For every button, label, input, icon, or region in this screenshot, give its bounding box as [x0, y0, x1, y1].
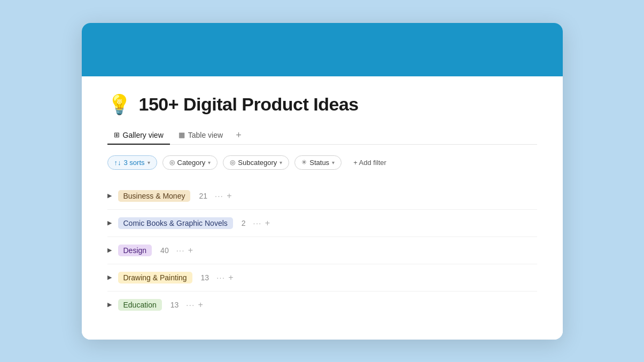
group-add-button-business[interactable]: +	[227, 191, 231, 201]
group-tag-design: Design	[118, 245, 152, 256]
group-count-business: 21	[199, 192, 207, 200]
group-count-drawing: 13	[201, 273, 210, 282]
category-chevron-icon: ▾	[208, 160, 211, 166]
page-emoji: 💡	[107, 93, 131, 116]
group-row-drawing: ▶ Drawing & Painting 13 ··· +	[107, 264, 537, 292]
expand-icon-education[interactable]: ▶	[107, 301, 112, 308]
groups-list: ▶ Business & Money 21 ··· + ▶ Comic Book…	[107, 183, 537, 318]
sorts-chevron-icon: ▾	[148, 160, 150, 166]
group-row-comic: ▶ Comic Books & Graphic Novels 2 ··· +	[107, 210, 537, 237]
subcategory-chevron-icon: ▾	[280, 160, 282, 166]
table-tab-icon: ▦	[179, 131, 185, 139]
expand-icon-drawing[interactable]: ▶	[107, 274, 112, 281]
expand-icon-business[interactable]: ▶	[107, 192, 112, 199]
tab-gallery[interactable]: ⊞ Gallery view	[107, 127, 170, 145]
group-add-button-comic[interactable]: +	[265, 218, 270, 228]
group-more-button-drawing[interactable]: ···	[216, 273, 225, 282]
group-tag-business: Business & Money	[118, 190, 191, 202]
group-actions-design: ··· +	[176, 246, 193, 255]
status-filter-button[interactable]: ✳ Status ▾	[294, 155, 342, 170]
category-filter-label: Category	[177, 159, 206, 167]
group-count-comic: 2	[242, 219, 246, 227]
status-filter-icon: ✳	[301, 159, 307, 166]
group-row-design: ▶ Design 40 ··· +	[107, 237, 537, 264]
main-window: 💡 150+ Digital Product Ideas ⊞ Gallery v…	[82, 23, 563, 340]
group-more-button-design[interactable]: ···	[176, 246, 185, 255]
sorts-label: 3 sorts	[124, 159, 145, 167]
group-add-button-design[interactable]: +	[188, 246, 193, 255]
group-actions-drawing: ··· +	[216, 273, 234, 282]
status-chevron-icon: ▾	[332, 160, 335, 166]
expand-icon-design[interactable]: ▶	[107, 247, 112, 254]
group-tag-comic: Comic Books & Graphic Novels	[118, 217, 233, 229]
gallery-tab-label: Gallery view	[123, 131, 164, 139]
category-filter-button[interactable]: ◎ Category ▾	[162, 155, 218, 170]
group-tag-education: Education	[118, 299, 162, 311]
page-title: 150+ Digital Product Ideas	[139, 94, 359, 115]
group-more-button-education[interactable]: ···	[186, 301, 195, 309]
group-more-button-business[interactable]: ···	[215, 192, 223, 200]
group-tag-drawing: Drawing & Painting	[118, 272, 192, 284]
gallery-tab-icon: ⊞	[114, 131, 120, 139]
window-body: 💡 150+ Digital Product Ideas ⊞ Gallery v…	[82, 76, 563, 340]
subcategory-filter-icon: ◎	[230, 159, 235, 166]
subcategory-filter-button[interactable]: ◎ Subcategory ▾	[223, 155, 289, 170]
group-row-education: ▶ Education 13 ··· +	[107, 292, 537, 318]
expand-icon-comic[interactable]: ▶	[107, 219, 112, 226]
tab-table[interactable]: ▦ Table view	[172, 127, 229, 145]
group-actions-education: ··· +	[186, 300, 203, 310]
view-tabs: ⊞ Gallery view ▦ Table view +	[107, 127, 537, 145]
page-title-row: 💡 150+ Digital Product Ideas	[107, 93, 537, 116]
group-add-button-drawing[interactable]: +	[228, 273, 233, 282]
table-tab-label: Table view	[188, 131, 223, 139]
filters-row: ↑↓ 3 sorts ▾ ◎ Category ▾ ◎ Subcategory …	[107, 155, 537, 170]
group-actions-comic: ··· +	[253, 218, 270, 228]
add-view-button[interactable]: +	[231, 127, 246, 143]
group-count-design: 40	[160, 246, 169, 255]
status-filter-label: Status	[309, 159, 329, 167]
group-more-button-comic[interactable]: ···	[253, 219, 262, 227]
group-actions-business: ··· +	[215, 191, 232, 201]
category-filter-icon: ◎	[169, 159, 175, 166]
subcategory-filter-label: Subcategory	[238, 159, 277, 167]
group-count-education: 13	[170, 301, 179, 309]
sorts-icon: ↑↓	[114, 159, 121, 167]
window-header	[82, 23, 563, 76]
group-row-business: ▶ Business & Money 21 ··· +	[107, 183, 537, 210]
add-filter-button[interactable]: + Add filter	[347, 156, 393, 169]
group-add-button-education[interactable]: +	[198, 300, 203, 310]
sorts-filter-button[interactable]: ↑↓ 3 sorts ▾	[107, 155, 157, 170]
